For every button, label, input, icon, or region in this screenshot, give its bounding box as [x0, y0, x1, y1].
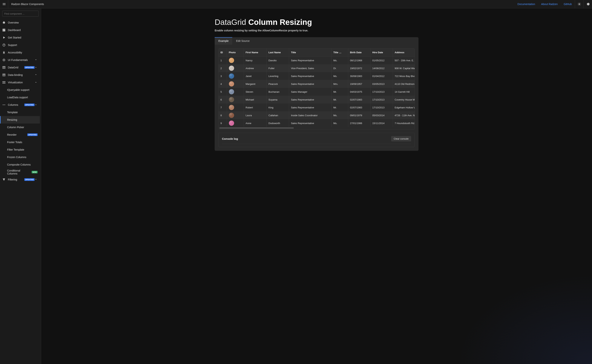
grid-horizontal-scrollbar[interactable]	[219, 127, 414, 129]
chevron-down-icon	[35, 178, 38, 181]
sidebar-label: Dashboard	[8, 29, 38, 32]
table-row[interactable]: 1 Nancy Davolio Sales Representative Ms.…	[219, 56, 414, 64]
cell-hire-date: 03/05/2013	[370, 80, 393, 88]
home-icon	[2, 21, 6, 24]
column-header[interactable]: Title	[289, 49, 332, 56]
menu-toggle-button[interactable]	[0, 0, 8, 8]
cell-address: 507 - 20th Ave. E. Apt. 2A	[393, 56, 414, 64]
sidebar-item-columns[interactable]: Columns UPDATED	[0, 101, 40, 109]
sidebar: Overview Dashboard Get Started Support A…	[0, 8, 41, 364]
avatar	[229, 121, 234, 126]
filter-icon	[2, 178, 6, 181]
cell-last-name: Fuller	[266, 64, 289, 72]
cell-title-courtesy: Mr.	[331, 96, 348, 104]
theme-toggle-button[interactable]	[575, 0, 583, 8]
sidebar-item-dashboard[interactable]: Dashboard	[0, 26, 40, 34]
sidebar-item-iqueryable-support[interactable]: IQueryable support	[0, 86, 40, 94]
console-title: Console log	[222, 137, 238, 140]
chevron-up-icon	[35, 103, 38, 106]
sidebar-item-frozen-columns[interactable]: Frozen Columns	[0, 153, 40, 161]
column-header[interactable]: First Name	[244, 49, 266, 56]
sidebar-item-filtering[interactable]: Filtering UPDATED	[0, 176, 40, 183]
cell-photo	[227, 64, 244, 72]
table-row[interactable]: 9 Anne Dodsworth Sales Representative Ms…	[219, 119, 414, 127]
sidebar-item-get-started[interactable]: Get Started	[0, 34, 40, 41]
chevron-icon	[35, 73, 38, 76]
accessibility-icon	[2, 51, 6, 54]
nav-link-about[interactable]: About Radzen	[538, 0, 561, 8]
table-row[interactable]: 7 Robert King Sales Representative Mr. 0…	[219, 104, 414, 111]
column-header[interactable]: Address	[393, 49, 414, 56]
search-input[interactable]	[2, 11, 39, 17]
settings-button[interactable]	[583, 0, 592, 8]
column-header[interactable]: Hire Date	[370, 49, 393, 56]
cell-birth-date: 04/03/1975	[348, 88, 370, 96]
sidebar-label: Frozen Columns	[7, 156, 38, 159]
cell-last-name: Suyama	[266, 96, 289, 104]
example-panel: IDPhotoFirst NameLast NameTitleTitle …Bi…	[215, 45, 419, 151]
column-header[interactable]: Photo	[227, 49, 244, 56]
sidebar-label: Overview	[8, 21, 38, 24]
sidebar-label: UI Fundamentals	[8, 58, 35, 61]
sidebar-label: IQueryable support	[7, 88, 38, 91]
cell-photo	[227, 96, 244, 104]
table-row[interactable]: 6 Michael Suyama Sales Representative Mr…	[219, 96, 414, 104]
sidebar-item-datagrid[interactable]: DataGrid UPDATED	[0, 64, 40, 71]
table-row[interactable]: 3 Janet Leverling Sales Representative M…	[219, 72, 414, 80]
sidebar-item-support[interactable]: Support	[0, 41, 40, 49]
cell-birth-date: 19/02/1972	[348, 64, 370, 72]
gear-icon	[586, 2, 590, 6]
cell-birth-date: 09/01/1978	[348, 111, 370, 119]
sidebar-label: Data-binding	[8, 73, 35, 76]
sidebar-item-resizing[interactable]: Resizing	[0, 116, 40, 124]
sidebar-item-composite-columns[interactable]: Composite Columns	[0, 161, 40, 168]
column-header[interactable]: ID	[219, 49, 227, 56]
sidebar-item-data-binding[interactable]: Data-binding	[0, 71, 40, 79]
sidebar-label: LoadData support	[7, 96, 38, 99]
avatar	[229, 81, 234, 86]
avatar	[229, 58, 234, 63]
table-row[interactable]: 2 Andrew Fuller Vice President, Sales Dr…	[219, 64, 414, 72]
sidebar-item-column-picker[interactable]: Column Picker	[0, 124, 40, 131]
sidebar-item-filter-template[interactable]: Filter Template	[0, 146, 40, 153]
column-header[interactable]: Title …	[331, 49, 348, 56]
table-row[interactable]: 5 Steven Buchanan Sales Manager Mr. 04/0…	[219, 88, 414, 96]
cell-first-name: Margaret	[244, 80, 266, 88]
table-icon	[2, 73, 6, 77]
sidebar-nav[interactable]: Overview Dashboard Get Started Support A…	[0, 19, 41, 364]
sidebar-item-accessibility[interactable]: Accessibility	[0, 49, 40, 56]
sidebar-item-footer-totals[interactable]: Footer Totals	[0, 138, 40, 146]
nav-link-github[interactable]: GitHub	[561, 0, 575, 8]
sidebar-item-virtualization[interactable]: Virtualization	[0, 79, 40, 86]
app-header: Radzen Blazor Components Documentation A…	[0, 0, 592, 8]
target-icon	[2, 58, 6, 62]
help-icon	[2, 43, 6, 47]
nav-link-documentation[interactable]: Documentation	[515, 0, 538, 8]
column-header[interactable]: Birth Date	[348, 49, 370, 56]
virt-icon	[2, 81, 6, 84]
sidebar-item-template[interactable]: Template	[0, 109, 40, 116]
cell-title-courtesy: Mrs.	[331, 80, 348, 88]
table-row[interactable]: 4 Margaret Peacock Sales Representative …	[219, 80, 414, 88]
sidebar-item-conditional-columns[interactable]: Conditional ColumnsNEW	[0, 168, 40, 176]
column-header[interactable]: Last Name	[266, 49, 289, 56]
cell-id: 8	[219, 111, 227, 119]
clear-console-button[interactable]: Clear console	[391, 136, 411, 142]
cell-hire-date: 14/08/2012	[370, 64, 393, 72]
cell-first-name: Anne	[244, 119, 266, 127]
tab-edit-source[interactable]: Edit Source	[232, 37, 253, 45]
sun-icon	[577, 2, 581, 6]
cell-hire-date: 17/10/2013	[370, 88, 393, 96]
menu-icon	[2, 2, 6, 6]
sidebar-item-reorder[interactable]: ReorderUPDATED	[0, 131, 40, 138]
cell-birth-date: 08/12/1968	[348, 56, 370, 64]
table-row[interactable]: 8 Laura Callahan Inside Sales Coordinato…	[219, 111, 414, 119]
cell-title: Sales Representative	[289, 96, 332, 104]
sidebar-item-ui-fundamentals[interactable]: UI Fundamentals	[0, 56, 40, 64]
sidebar-item-loaddata-support[interactable]: LoadData support	[0, 94, 40, 101]
tab-example[interactable]: Example	[215, 37, 232, 45]
cell-title: Sales Representative	[289, 119, 332, 127]
cell-title: Sales Representative	[289, 72, 332, 80]
sidebar-item-overview[interactable]: Overview	[0, 19, 40, 26]
cell-title-courtesy: Ms.	[331, 56, 348, 64]
